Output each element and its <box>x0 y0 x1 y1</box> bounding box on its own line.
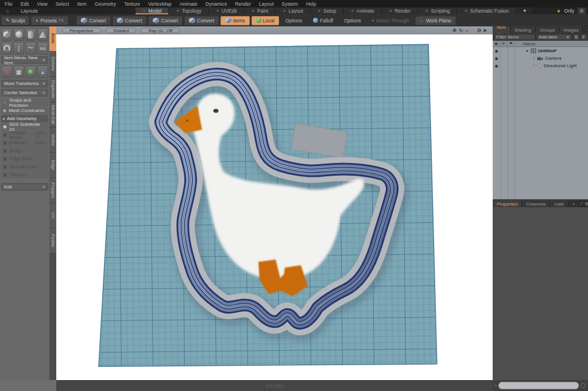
menu-geometry[interactable]: Geometry <box>95 1 116 7</box>
favorite-star-icon[interactable]: ★ <box>556 9 560 14</box>
add-properties-tab-button[interactable]: + <box>568 200 580 207</box>
tool-edge-slice[interactable]: ▣Edge Slice <box>1 155 48 162</box>
presets-button[interactable]: ◐PresetsF6 <box>31 16 68 25</box>
item-menu-dropdown[interactable]: Item Menu: New Item▼ <box>1 56 48 64</box>
filter-items-input[interactable]: Filter Items <box>494 34 535 40</box>
tab-properties[interactable]: Properties <box>493 200 522 207</box>
snaps-and-precision-button[interactable]: ✓Snaps and Precision <box>1 99 48 106</box>
add-item-dropdown[interactable]: Add Item▼ <box>536 34 572 40</box>
action-center-options-button[interactable]: Options <box>281 16 307 25</box>
expander-triangle-icon[interactable]: ▼ <box>525 49 529 53</box>
work-plane-button[interactable]: ∟Work Plane <box>415 16 456 25</box>
falloff-options-button[interactable]: Options <box>339 16 365 25</box>
menu-render[interactable]: Render <box>235 1 251 7</box>
solo-button[interactable]: S <box>573 34 579 40</box>
side-tab-duplicate[interactable]: Duplicate <box>49 77 56 102</box>
convert-button-4[interactable]: Convert <box>184 16 219 25</box>
tab-paint[interactable]: ★Paint <box>245 7 276 14</box>
shading-mode-dropdown[interactable]: Shaded <box>106 28 137 33</box>
tab-images[interactable]: Images <box>559 26 583 33</box>
tool-polygon-bevel[interactable]: ▣Polygon BevelShift-B <box>1 131 48 138</box>
side-tab-deform[interactable]: Deform <box>49 52 56 77</box>
menu-help[interactable]: Help <box>306 1 316 7</box>
rotate-icon[interactable]: ↻ <box>459 28 463 33</box>
tool-extrude[interactable]: ▣ExtrudeShift-X <box>1 139 48 146</box>
mesh-constraints-button[interactable]: ◆Mesh Constraints <box>1 107 48 114</box>
menu-select[interactable]: Select <box>56 1 69 7</box>
zoom-icon[interactable]: ⌕ <box>466 28 469 34</box>
tab-groups[interactable]: Groups <box>536 26 559 33</box>
menu-layout[interactable]: Layout <box>259 1 274 7</box>
view-mode-dropdown[interactable]: Perspective <box>62 28 101 33</box>
viewport-gear-icon[interactable]: ⚙ <box>477 28 482 33</box>
menu-edit[interactable]: Edit <box>21 1 29 7</box>
sculpt-button[interactable]: ✎Sculpt <box>1 16 29 25</box>
tab-lists[interactable]: Lists <box>550 200 568 207</box>
curve-tool-button[interactable]: 〜 <box>25 42 36 55</box>
sphere-mesh-button[interactable] <box>25 65 36 78</box>
tab-schematic-fusion[interactable]: ★Schematic Fusion <box>457 7 516 14</box>
visibility-column-eye-icon[interactable]: ◉ <box>493 41 500 47</box>
tab-shading[interactable]: Shading <box>510 26 536 33</box>
tab-model[interactable]: ★Model <box>136 7 169 14</box>
items-mode-button[interactable]: Items <box>220 16 250 25</box>
ground-mesh-button[interactable]: ▦ <box>13 65 24 78</box>
tab-channels[interactable]: Channels <box>522 200 550 207</box>
more-transforms-dropdown[interactable]: More Transforms▼ <box>1 80 48 87</box>
tab-uvedit[interactable]: ★UVEdit <box>209 7 245 14</box>
menu-item[interactable]: Item <box>77 1 87 7</box>
helix-tool-button[interactable]: ʃ <box>13 42 24 55</box>
convert-button-1[interactable]: Convert <box>76 16 111 25</box>
local-action-center-button[interactable]: Local <box>252 16 279 25</box>
menu-vertexmap[interactable]: VertexMap <box>148 1 172 7</box>
pyramid-mesh-button[interactable]: ▲ <box>37 65 48 78</box>
tab-scripting[interactable]: ★Scripting <box>418 7 457 14</box>
menu-system[interactable]: System <box>282 1 298 7</box>
side-tab-polygon[interactable]: Polygon <box>49 178 56 203</box>
text-tool-button[interactable]: A& <box>37 42 48 55</box>
tab-item-list[interactable]: Item ... <box>493 26 510 33</box>
side-tab-uv[interactable]: UV <box>49 203 56 229</box>
viewport-canvas[interactable] <box>56 34 493 380</box>
falloff-button[interactable]: Falloff <box>308 16 338 25</box>
only-toggle[interactable]: Only <box>564 8 574 14</box>
primitive-torus-button[interactable] <box>1 42 12 55</box>
layouts-menu[interactable]: Layouts <box>15 7 136 14</box>
add-panel-tab-button[interactable]: + <box>583 26 588 33</box>
tab-layout[interactable]: ★Layout <box>276 7 311 14</box>
primitive-cube-button[interactable] <box>1 28 12 41</box>
pan-icon[interactable]: ✥ <box>452 28 457 33</box>
menu-animate[interactable]: Animate <box>180 1 198 7</box>
side-tab-fusion[interactable]: Fusion <box>49 229 56 254</box>
command-history-icon[interactable] <box>581 383 586 388</box>
expand-arrow-icon[interactable]: ▶ <box>484 28 487 33</box>
panel-gear-icon[interactable]: ⚙ <box>585 202 588 207</box>
select-through-button[interactable]: ♦Select Through <box>368 16 414 25</box>
add-tab-button[interactable]: + <box>516 7 533 14</box>
primitive-cone-button[interactable] <box>37 28 48 41</box>
menu-dynamics[interactable]: Dynamics <box>206 1 227 7</box>
side-tab-edge[interactable]: Edge <box>49 153 56 178</box>
side-tab-vertex[interactable]: Vertex <box>49 127 56 153</box>
command-input[interactable] <box>498 382 579 389</box>
primitive-cylinder-button[interactable] <box>25 28 36 41</box>
viewport-3d[interactable]: Perspective Shaded Ray GL: Off ✥ ↻ ⌕ ⚷ ⚙… <box>56 26 493 380</box>
home-icon[interactable]: ⌂ <box>0 7 15 14</box>
tab-topology[interactable]: ★Topology <box>169 7 208 14</box>
side-tab-basic[interactable]: Basic <box>49 26 56 52</box>
tool-bridge[interactable]: ▣Bridge <box>1 147 48 154</box>
primitive-sphere-button[interactable] <box>13 28 24 41</box>
menu-file[interactable]: File <box>5 1 13 7</box>
gizmo-tool-button[interactable]: ✛ <box>1 65 12 78</box>
tab-render[interactable]: ★Render <box>382 7 418 14</box>
edit-dropdown[interactable]: Edit▼ <box>1 183 48 191</box>
gear-icon[interactable]: ⚙ <box>578 7 586 14</box>
lock-column-icon[interactable]: ✛ <box>500 41 508 47</box>
raygl-dropdown[interactable]: Ray GL: Off <box>141 28 180 33</box>
tool-smooth-shift[interactable]: ▣Smooth Shift <box>1 163 48 171</box>
convert-button-3[interactable]: Convert <box>148 16 183 25</box>
menu-view[interactable]: View <box>37 1 47 7</box>
center-selected-dropdown[interactable]: Center Selected▼ <box>1 89 48 96</box>
side-tab-mesh-edit[interactable]: Mesh Edit <box>49 102 56 127</box>
tool-icon[interactable]: ⚷ <box>471 28 475 33</box>
